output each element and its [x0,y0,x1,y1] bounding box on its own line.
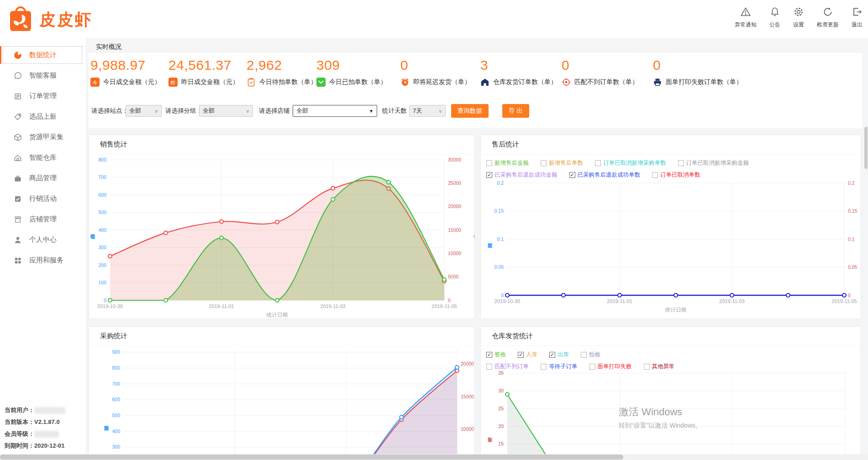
legend-item-订单已取消单数[interactable]: 订单已取消单数 [652,171,700,179]
days-select[interactable]: 7天∨ [409,105,446,117]
panel-仓库发货统计: 仓库发货统计✓签收✓入库✓出库拒收匹配不到订单等待子订单面单打印失败其他异常35… [480,326,861,460]
chevron-down-icon: ∨ [155,109,158,114]
days-filter-label: 统计天数： [382,107,413,115]
legend-item-匹配不到订单[interactable]: 匹配不到订单 [486,363,529,371]
stats-row: 9,988.97今今日成交金额（元）24,561.37昨昨日成交金额（元）2,9… [89,53,862,95]
site-select[interactable]: 全部∨ [126,105,162,117]
legend-item-订单已取消新增采购单数[interactable]: 订单已取消新增采购单数 [595,159,666,167]
unchecked-checkbox[interactable] [652,172,658,178]
legend-item-新增售后单数[interactable]: 新增售后单数 [541,159,583,167]
unchecked-checkbox[interactable] [541,364,547,370]
sidebar-item-智能客服[interactable]: 智能客服 [0,65,86,86]
checked-checkbox[interactable]: ✓ [486,172,492,178]
checked-checkbox[interactable]: ✓ [486,352,492,358]
query-data-button[interactable]: 查询数据 [451,104,489,118]
chart-legend: ✓签收✓入库✓出库拒收匹配不到订单等待子订单面单打印失败其他异常 [481,346,861,372]
sidebar-item-行销活动[interactable]: 行销活动 [0,188,86,209]
stat-今日成交金额（元）: 9,988.97今今日成交金额（元） [90,58,161,87]
left-axis-name: 订单数量 [487,243,493,249]
vertical-scrollbar[interactable] [864,38,868,454]
stat-今日待拍单数（单）: 2,962今日待拍单数（单） [247,58,317,87]
legend-label: 订单已取消单数 [660,171,700,179]
unchecked-checkbox[interactable] [644,364,650,370]
header-action-异常通知[interactable]: 异常通知 [735,6,757,29]
legend-label: 面单打印失败 [598,363,632,371]
svg-text:0: 0 [104,298,106,303]
header-action-公告[interactable]: 公告 [769,6,780,29]
header-action-设置[interactable]: 设置 [793,6,804,29]
legend-item-其他异常[interactable]: 其他异常 [644,363,675,371]
refresh-icon [822,6,833,19]
overview-title: 实时概况 [96,43,121,51]
stat-value: 2,962 [247,58,317,73]
sidebar-item-label: 智能客服 [29,71,57,80]
sidebar-item-个人中心[interactable]: 个人中心 [0,230,86,250]
unchecked-checkbox[interactable] [486,364,492,370]
legend-item-已采购售后退款成功金额[interactable]: ✓已采购售后退款成功金额 [486,171,558,179]
sidebar-item-货源甲采集[interactable]: 货源甲采集 [0,127,86,147]
legend-label: 订单已取消新增采购单数 [603,159,666,167]
sidebar: 数据统计智能客服订单管理选品上新货源甲采集智能仓库商品管理行销活动店铺管理个人中… [0,38,86,460]
legend-label: 签收 [494,351,506,359]
legend-label: 入库 [526,351,537,359]
legend-label: 新增售后单数 [549,159,583,167]
warehouse-home-icon [14,154,22,162]
legend-item-等待子订单[interactable]: 等待子订单 [541,363,578,371]
checked-checkbox[interactable]: ✓ [549,352,555,358]
svg-text:0.05: 0.05 [494,264,504,270]
unchecked-checkbox[interactable] [678,160,684,166]
header-action-label: 退出 [852,21,863,29]
chevron-down-icon: ∨ [439,109,442,114]
legend-item-已采购售后退款成功单数[interactable]: ✓已采购售后退款成功单数 [569,171,641,179]
shop-select[interactable]: 全部▼ [293,105,377,117]
sidebar-item-店铺管理[interactable]: 店铺管理 [0,209,86,230]
unchecked-checkbox[interactable] [541,160,547,166]
svg-text:700: 700 [98,174,106,180]
checked-checkbox[interactable]: ✓ [569,172,575,178]
legend-item-订单已取消新增采购金额[interactable]: 订单已取消新增采购金额 [678,159,749,167]
svg-text:200: 200 [98,262,106,268]
chart-canvas-sales: 8007006005004003002001000300002500020000… [89,154,474,319]
horizontal-scrollbar[interactable] [0,454,868,460]
svg-text:800: 800 [112,365,120,371]
unchecked-checkbox[interactable] [595,160,601,166]
unchecked-checkbox[interactable] [589,364,595,370]
sidebar-item-数据统计[interactable]: 数据统计 [0,45,86,65]
legend-label: 出库 [558,351,569,359]
stat-label: 今日待拍单数（单） [259,78,317,86]
unchecked-checkbox[interactable] [581,352,587,358]
bell-icon [769,6,780,19]
unchecked-checkbox[interactable] [486,160,492,166]
shop-filter-label: 请选择店铺： [259,107,296,115]
days-select-value: 7天 [413,107,422,115]
stat-label: 匹配不到订单数（单） [574,78,638,86]
vertical-scrollbar-thumb[interactable] [864,127,868,169]
sidebar-item-智能仓库[interactable]: 智能仓库 [0,147,86,168]
svg-text:20: 20 [498,423,504,429]
shop-select-value: 全部 [296,107,308,115]
legend-item-面单打印失败[interactable]: 面单打印失败 [589,363,632,371]
chevron-down-icon: ▼ [369,109,374,114]
header-action-退出[interactable]: 退出 [852,6,863,29]
sidebar-item-商品管理[interactable]: 商品管理 [0,168,86,188]
legend-item-新增售后金额[interactable]: 新增售后金额 [486,159,529,167]
sidebar-item-应用和服务[interactable]: 应用和服务 [0,250,86,271]
svg-text:0: 0 [848,293,851,298]
export-button[interactable]: 导 出 [502,104,529,118]
brand-logo: 皮皮虾 [8,5,93,34]
legend-item-签收[interactable]: ✓签收 [486,351,506,359]
header-action-检查更新[interactable]: 检查更新 [817,6,839,29]
sidebar-item-选品上新[interactable]: 选品上新 [0,106,86,127]
active-item-outline [3,46,82,64]
legend-item-入库[interactable]: ✓入库 [518,351,537,359]
legend-item-拒收[interactable]: 拒收 [581,351,600,359]
horizontal-scrollbar-thumb[interactable] [0,455,623,460]
header-action-label: 检查更新 [817,21,839,29]
legend-label: 已采购售后退款成功单数 [578,171,641,179]
svg-text:2019-11-01: 2019-11-01 [209,303,234,309]
sidebar-item-订单管理[interactable]: 订单管理 [0,86,86,106]
legend-item-出库[interactable]: ✓出库 [549,351,569,359]
checked-checkbox[interactable]: ✓ [518,352,524,358]
top-header: 皮皮虾 异常通知公告设置检查更新退出 [0,0,868,38]
group-select[interactable]: 全部∨ [199,105,253,117]
